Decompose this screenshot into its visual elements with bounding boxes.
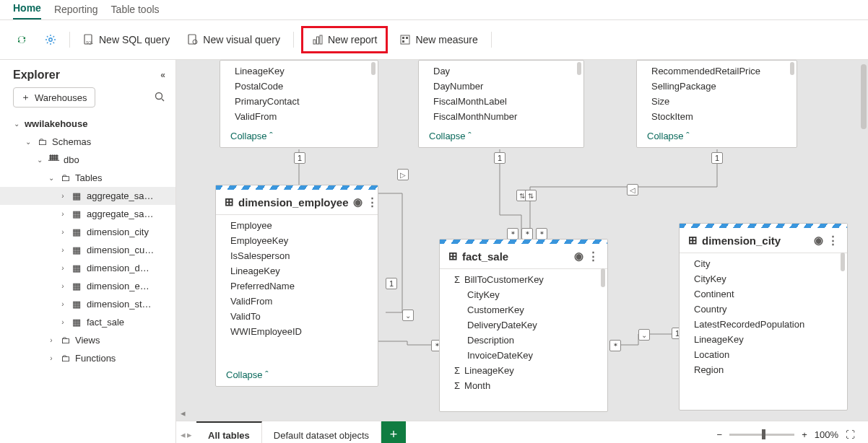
- column-row: Employee: [216, 218, 378, 233]
- collapse-button[interactable]: Collapse ˆ: [220, 126, 378, 147]
- search-button[interactable]: [154, 91, 165, 105]
- table-card[interactable]: RecommendedRetailPrice SellingPackage Si…: [636, 60, 797, 148]
- tree-label: Tables: [75, 172, 103, 183]
- svg-point-4: [193, 40, 197, 44]
- new-measure-button[interactable]: New measure: [394, 30, 483, 50]
- measure-icon: [399, 34, 411, 45]
- collapse-button[interactable]: Collapse ˆ: [216, 365, 378, 386]
- chevron-right-icon: ›: [59, 264, 66, 272]
- table-card-city[interactable]: ⊞dimension_city ◉⋮ City CityKey Continen…: [679, 223, 848, 411]
- zoom-in-button[interactable]: +: [802, 429, 807, 440]
- tree-table-item[interactable]: ›▦dimension_e…: [0, 277, 175, 295]
- tree-table-item[interactable]: ›▦aggregate_sa…: [0, 205, 175, 223]
- visibility-icon[interactable]: ◉: [814, 234, 823, 247]
- table-icon: ▦: [71, 317, 82, 328]
- tree-table-item[interactable]: ›▦dimension_st…: [0, 295, 175, 313]
- toolbar-divider: [69, 32, 70, 48]
- tree-label: dimension_cu…: [87, 245, 154, 255]
- tab-reporting[interactable]: Reporting: [54, 1, 98, 19]
- new-sql-button[interactable]: SQL New SQL query: [77, 30, 175, 50]
- table-icon: ⊞: [688, 234, 698, 247]
- settings-button[interactable]: [39, 30, 62, 50]
- table-card[interactable]: LineageKey PostalCode PrimaryContact Val…: [220, 60, 378, 148]
- column-row: StockItem: [637, 109, 797, 124]
- view-tab-default[interactable]: Default dataset objects: [262, 421, 381, 443]
- next-view-button[interactable]: ▸: [187, 429, 192, 440]
- refresh-icon: [16, 34, 27, 45]
- new-report-button[interactable]: New report: [306, 30, 383, 50]
- card-title: dimension_employee: [238, 196, 349, 209]
- table-icon: ⊞: [225, 196, 234, 209]
- cardinality-one: 1: [386, 278, 397, 289]
- chevron-up-icon: ˆ: [468, 131, 471, 141]
- table-card-fact-sale[interactable]: ⊞fact_sale ◉⋮ ΣBillToCustomerKey CityKey…: [439, 239, 608, 412]
- tree-label: Views: [75, 335, 100, 346]
- card-scrollbar[interactable]: [371, 62, 376, 75]
- more-icon[interactable]: ⋮: [828, 234, 838, 247]
- column-row: LineageKey: [220, 63, 378, 79]
- fit-to-screen-button[interactable]: ⛶: [846, 429, 855, 440]
- tree-db[interactable]: ⌄wwilakehouse: [0, 115, 175, 133]
- table-card[interactable]: Day DayNumber FiscalMonthLabel FiscalMon…: [418, 60, 584, 148]
- tree-dbo[interactable]: ⌄ᚙdbo: [0, 151, 175, 169]
- scroll-left-icon[interactable]: ◂: [181, 408, 191, 418]
- warehouses-button[interactable]: ＋ Warehouses: [13, 87, 95, 108]
- card-scrollbar[interactable]: [841, 253, 845, 271]
- table-icon: ▦: [71, 245, 82, 255]
- filter-direction-icon: ⌄: [638, 329, 650, 341]
- view-tab-all[interactable]: All tables: [196, 421, 262, 443]
- chevron-right-icon: ›: [59, 210, 66, 218]
- svg-rect-10: [406, 37, 408, 39]
- collapse-button[interactable]: Collapse ˆ: [419, 126, 583, 147]
- visibility-icon[interactable]: ◉: [574, 250, 583, 263]
- new-visual-query-button[interactable]: New visual query: [181, 30, 286, 50]
- visibility-icon[interactable]: ◉: [353, 196, 363, 209]
- card-scrollbar[interactable]: [577, 62, 581, 75]
- sigma-icon: Σ: [454, 380, 460, 391]
- tree-table-item[interactable]: ›▦fact_sale: [0, 313, 175, 331]
- tab-home[interactable]: Home: [13, 0, 41, 19]
- chart-icon: [312, 34, 324, 45]
- tree-schemas[interactable]: ⌄🗀Schemas: [0, 133, 175, 151]
- cardinality-many: ＊: [536, 228, 547, 240]
- collapse-button[interactable]: Collapse ˆ: [637, 126, 797, 147]
- column-row: EmployeeKey: [216, 233, 378, 248]
- zoom-out-button[interactable]: −: [717, 429, 723, 440]
- tree-functions[interactable]: ›🗀Functions: [0, 349, 175, 367]
- tree-views[interactable]: ›🗀Views: [0, 331, 175, 349]
- canvas-v-scrollbar[interactable]: [861, 64, 867, 129]
- tree-tables[interactable]: ⌄🗀Tables: [0, 169, 175, 187]
- zoom-controls: − + 100% ⛶: [717, 421, 868, 443]
- more-icon[interactable]: ⋮: [588, 250, 599, 263]
- prev-view-button[interactable]: ◂: [181, 429, 186, 440]
- column-row: FiscalMonthLabel: [419, 94, 583, 109]
- tree-label: Functions: [75, 353, 116, 364]
- tree-table-item[interactable]: ›▦dimension_cu…: [0, 241, 175, 259]
- filter-direction-icon: ⌄: [402, 310, 414, 321]
- visual-query-icon: [187, 34, 199, 45]
- relation-arrow-icon: ▷: [397, 169, 409, 180]
- cardinality-one: 1: [294, 152, 305, 164]
- new-visual-query-label: New visual query: [203, 34, 280, 45]
- tree-table-item[interactable]: ›▦dimension_d…: [0, 259, 175, 277]
- column-row: City: [680, 256, 847, 271]
- column-row: PostalCode: [220, 79, 378, 94]
- tree-table-item[interactable]: ›▦dimension_city: [0, 223, 175, 241]
- model-canvas[interactable]: 1 1 1 ▷ ⇅ ⇅ ◁ ＊ ＊ ＊ 1 ⌄ ＊ ＊ ⌄ 1 LineageK…: [176, 60, 868, 421]
- folder-icon: 🗀: [36, 136, 48, 147]
- tree-label: wwilakehouse: [25, 118, 87, 129]
- new-measure-label: New measure: [415, 34, 477, 45]
- add-view-button[interactable]: +: [381, 421, 406, 443]
- column-row: ValidTo: [216, 309, 378, 324]
- chevron-right-icon: ›: [59, 300, 66, 308]
- card-scrollbar[interactable]: [790, 62, 794, 75]
- collapse-sidebar-button[interactable]: «: [160, 70, 165, 80]
- column-row: LatestRecordedPopulation: [680, 317, 847, 332]
- tab-table-tools[interactable]: Table tools: [111, 1, 160, 19]
- tree-table-item[interactable]: ›▦aggregate_sa…: [0, 187, 175, 205]
- card-scrollbar[interactable]: [601, 268, 605, 287]
- more-icon[interactable]: ⋮: [367, 196, 378, 209]
- table-card-employee[interactable]: ⊞dimension_employee ◉⋮ Employee Employee…: [215, 185, 378, 387]
- refresh-button[interactable]: [10, 30, 33, 50]
- zoom-slider[interactable]: [729, 434, 794, 436]
